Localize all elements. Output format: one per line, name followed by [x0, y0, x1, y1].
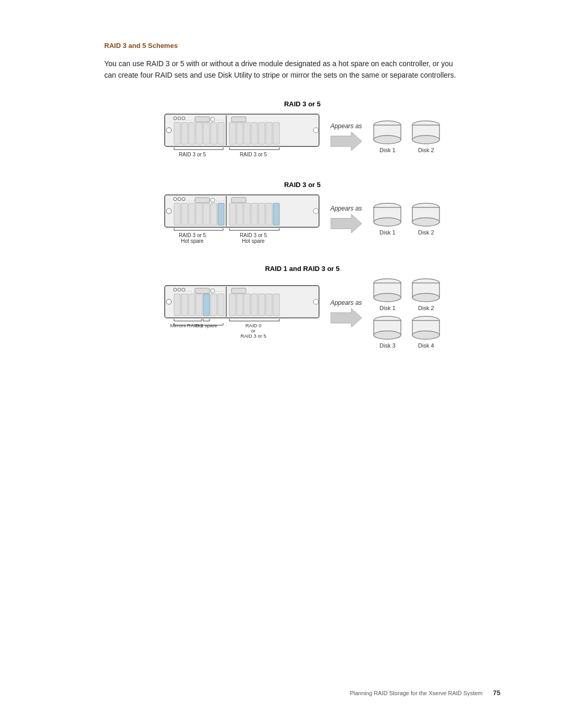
diagram1-arrow: Appears as	[331, 122, 362, 151]
diagram2-content: . . . . . . . .	[164, 194, 442, 244]
svg-rect-11	[181, 122, 188, 144]
disk1-item: Disk 1	[372, 120, 402, 153]
diagram2-arrow: Appears as	[331, 205, 362, 233]
diagram1-svg: . . . . . . . .	[164, 113, 320, 160]
svg-text:RAID 3 or 5: RAID 3 or 5	[240, 232, 267, 238]
diagram3-disk4-icon	[411, 315, 441, 340]
svg-point-48	[211, 198, 215, 202]
diagram3-raid-wrapper: . . . . . . . .	[164, 285, 320, 342]
diagram3-disk3-label: Disk 3	[380, 342, 396, 349]
svg-point-87	[178, 288, 181, 291]
svg-text:. . . .: . . . .	[216, 288, 224, 293]
svg-point-42	[166, 208, 172, 214]
svg-rect-65	[273, 203, 279, 225]
diagram2-arrow-svg	[331, 214, 362, 233]
svg-rect-63	[259, 203, 265, 225]
svg-text:. . . .: . . . .	[186, 288, 194, 293]
svg-rect-99	[211, 294, 217, 316]
disk1-icon	[372, 120, 402, 145]
svg-rect-59	[229, 203, 236, 225]
svg-rect-18	[229, 122, 236, 144]
svg-rect-20	[244, 122, 250, 144]
svg-text:RAID 3 or 5: RAID 3 or 5	[240, 152, 267, 157]
svg-point-80	[374, 218, 401, 226]
diagram2-disk1-label: Disk 1	[380, 229, 396, 236]
svg-point-86	[174, 288, 177, 291]
svg-rect-98	[203, 294, 210, 316]
svg-rect-57	[218, 203, 224, 225]
svg-rect-104	[244, 294, 250, 316]
section-title: RAID 3 and 5 Schemes	[104, 42, 500, 50]
svg-rect-62	[251, 203, 258, 225]
page: RAID 3 and 5 Schemes You can use RAID 3 …	[0, 0, 563, 728]
svg-rect-61	[244, 203, 250, 225]
svg-rect-9	[231, 117, 246, 122]
svg-text:Hot spare: Hot spare	[181, 238, 204, 244]
svg-rect-13	[196, 122, 202, 144]
diagram2: RAID 3 or 5 . . . . . . . .	[104, 181, 500, 244]
svg-point-43	[174, 198, 177, 201]
diagram3-appears-as: Appears as	[331, 299, 362, 306]
svg-rect-12	[189, 122, 195, 144]
svg-text:. . . .: . . . .	[216, 117, 224, 121]
svg-point-4	[182, 117, 185, 120]
svg-rect-6	[195, 117, 210, 122]
svg-marker-77	[331, 214, 362, 233]
diagram3-title: RAID 1 and RAID 3 or 5	[265, 265, 339, 273]
svg-text:. . . .: . . . .	[216, 198, 224, 202]
diagram3-disk2-item: Disk 2	[411, 278, 441, 311]
svg-point-130	[374, 293, 401, 302]
svg-rect-16	[218, 122, 224, 144]
diagram1-appears-as: Appears as	[331, 122, 362, 130]
svg-point-66	[313, 208, 319, 214]
diagram3-disk4-label: Disk 4	[418, 342, 434, 349]
svg-rect-95	[181, 294, 188, 316]
svg-rect-23	[266, 122, 272, 144]
diagram2-appears-as: Appears as	[331, 205, 362, 212]
svg-text:RAID 3 or 5: RAID 3 or 5	[179, 152, 206, 157]
svg-rect-15	[211, 122, 217, 144]
page-footer: Planning RAID Storage for the Xserve RAI…	[350, 689, 500, 697]
diagram1: RAID 3 or 5 . . . .	[104, 100, 500, 160]
svg-rect-53	[189, 203, 195, 225]
disk2-label: Disk 2	[418, 147, 434, 153]
diagram2-disks: Disk 1 Disk 2	[372, 202, 441, 236]
diagram3-disks: Disk 1 Disk 2	[372, 278, 441, 349]
svg-rect-50	[231, 198, 246, 203]
diagram3-content: . . . . . . . .	[164, 278, 442, 349]
svg-rect-100	[218, 294, 224, 316]
svg-point-7	[211, 117, 215, 121]
svg-rect-97	[196, 294, 202, 316]
diagram3-disk2-label: Disk 2	[418, 305, 434, 311]
diagram3-svg: . . . . . . . .	[164, 285, 320, 342]
svg-point-91	[211, 289, 215, 293]
svg-point-85	[166, 299, 172, 304]
svg-text:RAID 3 or 5: RAID 3 or 5	[240, 333, 266, 339]
diagram1-content: . . . . . . . .	[164, 113, 442, 160]
svg-rect-47	[195, 198, 210, 203]
svg-point-88	[182, 288, 185, 291]
svg-rect-14	[203, 122, 210, 144]
diagrams-container: RAID 3 or 5 . . . .	[104, 100, 500, 349]
diagram2-disk1-item: Disk 1	[372, 202, 402, 236]
svg-text:Hot spare: Hot spare	[195, 323, 217, 328]
diagram3-disk3-item: Disk 3	[372, 315, 402, 349]
svg-point-40	[412, 135, 439, 144]
svg-marker-127	[331, 309, 362, 327]
svg-point-2	[174, 117, 177, 120]
svg-rect-10	[174, 122, 180, 144]
svg-rect-56	[211, 203, 217, 225]
svg-rect-21	[251, 122, 258, 144]
svg-rect-19	[237, 122, 243, 144]
diagram3-disk3-icon	[372, 315, 402, 340]
svg-point-37	[374, 135, 401, 144]
svg-text:Hot spare: Hot spare	[242, 238, 265, 244]
diagram2-disk1-icon	[372, 202, 402, 227]
svg-rect-107	[266, 294, 272, 316]
diagram2-disk2-icon	[411, 202, 441, 227]
disk1-label: Disk 1	[380, 147, 396, 153]
diagram3-disk4-item: Disk 4	[411, 315, 441, 349]
diagram1-disks: Disk 1 Disk 2	[372, 120, 441, 153]
diagram3-disk2-icon	[411, 278, 441, 303]
footer-text: Planning RAID Storage for the Xserve RAI…	[350, 690, 482, 696]
